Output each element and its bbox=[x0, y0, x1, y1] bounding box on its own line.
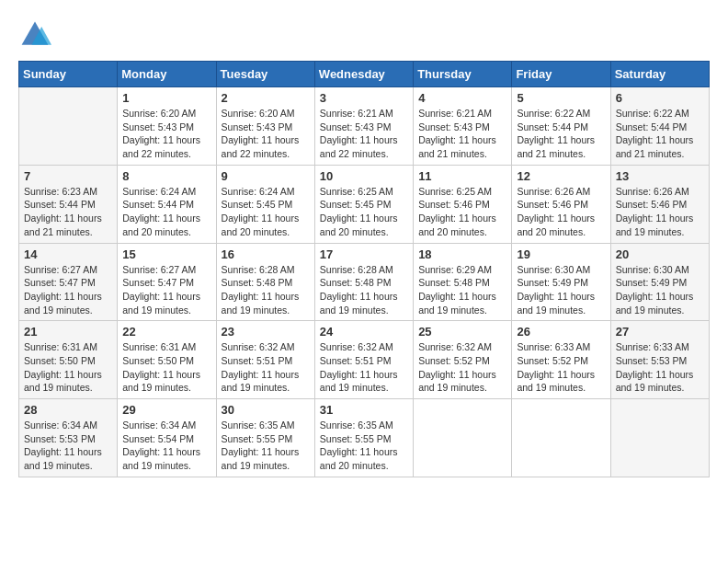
calendar-cell: 19Sunrise: 6:30 AMSunset: 5:49 PMDayligh… bbox=[512, 243, 610, 321]
col-header-thursday: Thursday bbox=[414, 62, 512, 87]
day-number: 20 bbox=[616, 247, 704, 261]
calendar-cell: 14Sunrise: 6:27 AMSunset: 5:47 PMDayligh… bbox=[19, 243, 118, 321]
calendar-cell: 21Sunrise: 6:31 AMSunset: 5:50 PMDayligh… bbox=[19, 321, 118, 399]
calendar-cell: 12Sunrise: 6:26 AMSunset: 5:46 PMDayligh… bbox=[512, 165, 610, 243]
day-number: 18 bbox=[418, 247, 506, 261]
calendar-cell: 28Sunrise: 6:34 AMSunset: 5:53 PMDayligh… bbox=[19, 399, 118, 477]
day-info: Sunrise: 6:29 AMSunset: 5:48 PMDaylight:… bbox=[418, 263, 506, 317]
day-info: Sunrise: 6:22 AMSunset: 5:44 PMDaylight:… bbox=[616, 107, 704, 161]
day-number: 11 bbox=[418, 169, 506, 183]
day-number: 30 bbox=[222, 403, 310, 417]
day-number: 27 bbox=[616, 325, 704, 339]
day-number: 9 bbox=[222, 169, 310, 183]
day-info: Sunrise: 6:31 AMSunset: 5:50 PMDaylight:… bbox=[24, 340, 112, 395]
page-header bbox=[18, 18, 710, 52]
day-number: 7 bbox=[24, 169, 112, 183]
day-number: 14 bbox=[24, 247, 112, 261]
calendar-cell: 25Sunrise: 6:32 AMSunset: 5:52 PMDayligh… bbox=[414, 321, 512, 399]
logo-icon bbox=[18, 18, 51, 52]
calendar-week-3: 14Sunrise: 6:27 AMSunset: 5:47 PMDayligh… bbox=[19, 243, 710, 321]
day-info: Sunrise: 6:26 AMSunset: 5:46 PMDaylight:… bbox=[517, 185, 605, 239]
day-info: Sunrise: 6:27 AMSunset: 5:47 PMDaylight:… bbox=[24, 263, 112, 317]
calendar-week-5: 28Sunrise: 6:34 AMSunset: 5:53 PMDayligh… bbox=[19, 399, 710, 477]
calendar-cell: 13Sunrise: 6:26 AMSunset: 5:46 PMDayligh… bbox=[610, 165, 709, 243]
calendar-cell bbox=[19, 87, 118, 166]
day-info: Sunrise: 6:21 AMSunset: 5:43 PMDaylight:… bbox=[418, 107, 506, 161]
day-info: Sunrise: 6:35 AMSunset: 5:55 PMDaylight:… bbox=[320, 419, 408, 473]
day-info: Sunrise: 6:24 AMSunset: 5:44 PMDaylight:… bbox=[122, 185, 210, 239]
day-info: Sunrise: 6:32 AMSunset: 5:51 PMDaylight:… bbox=[320, 340, 408, 395]
day-info: Sunrise: 6:30 AMSunset: 5:49 PMDaylight:… bbox=[517, 263, 605, 317]
calendar-cell: 7Sunrise: 6:23 AMSunset: 5:44 PMDaylight… bbox=[19, 165, 118, 243]
calendar-cell: 11Sunrise: 6:25 AMSunset: 5:46 PMDayligh… bbox=[414, 165, 512, 243]
day-number: 19 bbox=[517, 247, 605, 261]
day-info: Sunrise: 6:34 AMSunset: 5:54 PMDaylight:… bbox=[122, 419, 210, 473]
day-info: Sunrise: 6:21 AMSunset: 5:43 PMDaylight:… bbox=[320, 107, 408, 161]
day-number: 15 bbox=[122, 247, 210, 261]
calendar-header-row: SundayMondayTuesdayWednesdayThursdayFrid… bbox=[19, 62, 710, 87]
day-info: Sunrise: 6:28 AMSunset: 5:48 PMDaylight:… bbox=[222, 263, 310, 317]
day-info: Sunrise: 6:32 AMSunset: 5:52 PMDaylight:… bbox=[418, 340, 506, 395]
calendar-cell: 1Sunrise: 6:20 AMSunset: 5:43 PMDaylight… bbox=[118, 87, 216, 166]
calendar-cell: 30Sunrise: 6:35 AMSunset: 5:55 PMDayligh… bbox=[216, 399, 314, 477]
day-info: Sunrise: 6:20 AMSunset: 5:43 PMDaylight:… bbox=[122, 107, 210, 161]
day-info: Sunrise: 6:25 AMSunset: 5:45 PMDaylight:… bbox=[320, 185, 408, 239]
col-header-tuesday: Tuesday bbox=[216, 62, 314, 87]
day-info: Sunrise: 6:26 AMSunset: 5:46 PMDaylight:… bbox=[616, 185, 704, 239]
calendar-cell: 3Sunrise: 6:21 AMSunset: 5:43 PMDaylight… bbox=[314, 87, 413, 166]
calendar-cell bbox=[610, 399, 709, 477]
calendar-cell: 8Sunrise: 6:24 AMSunset: 5:44 PMDaylight… bbox=[118, 165, 216, 243]
calendar-cell bbox=[414, 399, 512, 477]
calendar-cell: 16Sunrise: 6:28 AMSunset: 5:48 PMDayligh… bbox=[216, 243, 314, 321]
day-number: 12 bbox=[517, 169, 605, 183]
day-number: 13 bbox=[616, 169, 704, 183]
calendar-cell: 20Sunrise: 6:30 AMSunset: 5:49 PMDayligh… bbox=[610, 243, 709, 321]
day-info: Sunrise: 6:34 AMSunset: 5:53 PMDaylight:… bbox=[24, 419, 112, 473]
logo bbox=[18, 18, 55, 52]
day-number: 1 bbox=[122, 91, 210, 105]
calendar-table: SundayMondayTuesdayWednesdayThursdayFrid… bbox=[18, 61, 710, 477]
calendar-cell: 10Sunrise: 6:25 AMSunset: 5:45 PMDayligh… bbox=[314, 165, 413, 243]
day-number: 16 bbox=[222, 247, 310, 261]
calendar-cell: 15Sunrise: 6:27 AMSunset: 5:47 PMDayligh… bbox=[118, 243, 216, 321]
day-number: 17 bbox=[320, 247, 408, 261]
day-info: Sunrise: 6:25 AMSunset: 5:46 PMDaylight:… bbox=[418, 185, 506, 239]
calendar-cell: 26Sunrise: 6:33 AMSunset: 5:52 PMDayligh… bbox=[512, 321, 610, 399]
day-number: 31 bbox=[320, 403, 408, 417]
calendar-cell: 29Sunrise: 6:34 AMSunset: 5:54 PMDayligh… bbox=[118, 399, 216, 477]
calendar-cell bbox=[512, 399, 610, 477]
day-number: 26 bbox=[517, 325, 605, 339]
calendar-cell: 18Sunrise: 6:29 AMSunset: 5:48 PMDayligh… bbox=[414, 243, 512, 321]
day-number: 23 bbox=[222, 325, 310, 339]
calendar-cell: 31Sunrise: 6:35 AMSunset: 5:55 PMDayligh… bbox=[314, 399, 413, 477]
day-info: Sunrise: 6:33 AMSunset: 5:52 PMDaylight:… bbox=[517, 340, 605, 395]
calendar-cell: 23Sunrise: 6:32 AMSunset: 5:51 PMDayligh… bbox=[216, 321, 314, 399]
day-info: Sunrise: 6:27 AMSunset: 5:47 PMDaylight:… bbox=[122, 263, 210, 317]
day-info: Sunrise: 6:23 AMSunset: 5:44 PMDaylight:… bbox=[24, 185, 112, 239]
day-info: Sunrise: 6:33 AMSunset: 5:53 PMDaylight:… bbox=[616, 340, 704, 395]
day-number: 6 bbox=[616, 91, 704, 105]
day-number: 21 bbox=[24, 325, 112, 339]
calendar-cell: 2Sunrise: 6:20 AMSunset: 5:43 PMDaylight… bbox=[216, 87, 314, 166]
calendar-cell: 9Sunrise: 6:24 AMSunset: 5:45 PMDaylight… bbox=[216, 165, 314, 243]
day-number: 3 bbox=[320, 91, 408, 105]
calendar-week-1: 1Sunrise: 6:20 AMSunset: 5:43 PMDaylight… bbox=[19, 87, 710, 166]
calendar-week-2: 7Sunrise: 6:23 AMSunset: 5:44 PMDaylight… bbox=[19, 165, 710, 243]
col-header-wednesday: Wednesday bbox=[314, 62, 413, 87]
day-number: 2 bbox=[222, 91, 310, 105]
day-info: Sunrise: 6:32 AMSunset: 5:51 PMDaylight:… bbox=[222, 340, 310, 395]
calendar-cell: 5Sunrise: 6:22 AMSunset: 5:44 PMDaylight… bbox=[512, 87, 610, 166]
day-info: Sunrise: 6:22 AMSunset: 5:44 PMDaylight:… bbox=[517, 107, 605, 161]
day-number: 22 bbox=[122, 325, 210, 339]
day-info: Sunrise: 6:28 AMSunset: 5:48 PMDaylight:… bbox=[320, 263, 408, 317]
col-header-friday: Friday bbox=[512, 62, 610, 87]
calendar-cell: 24Sunrise: 6:32 AMSunset: 5:51 PMDayligh… bbox=[314, 321, 413, 399]
day-number: 5 bbox=[517, 91, 605, 105]
day-number: 29 bbox=[122, 403, 210, 417]
day-number: 24 bbox=[320, 325, 408, 339]
day-number: 25 bbox=[418, 325, 506, 339]
calendar-cell: 27Sunrise: 6:33 AMSunset: 5:53 PMDayligh… bbox=[610, 321, 709, 399]
col-header-saturday: Saturday bbox=[610, 62, 709, 87]
day-number: 8 bbox=[122, 169, 210, 183]
day-number: 4 bbox=[418, 91, 506, 105]
